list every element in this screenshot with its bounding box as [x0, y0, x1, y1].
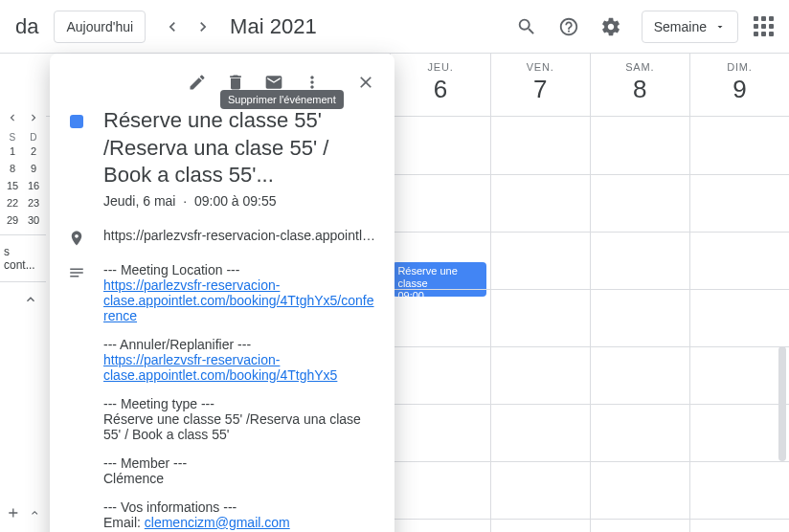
- desc-label: --- Meeting type ---: [103, 396, 377, 411]
- mini-day[interactable]: 2: [31, 145, 36, 157]
- help-button[interactable]: [550, 8, 588, 46]
- email-prefix: Email:: [103, 515, 145, 530]
- mini-day[interactable]: 29: [7, 214, 18, 226]
- location-icon: [68, 230, 85, 247]
- event-chip-title: Réserve une classe: [397, 265, 481, 290]
- trash-icon: [226, 73, 245, 92]
- next-week-button[interactable]: [188, 11, 218, 42]
- view-selector[interactable]: Semaine: [642, 11, 738, 43]
- mini-day[interactable]: 23: [28, 197, 39, 209]
- caret-down-icon: [714, 21, 726, 33]
- mini-day[interactable]: 30: [28, 214, 39, 226]
- day-column[interactable]: Réserve une classe 09:00, https://parle: [390, 117, 489, 532]
- desc-value: Réserve une classe 55' /Reserva una clas…: [103, 411, 377, 442]
- day-column-head[interactable]: VEN.7: [490, 54, 590, 116]
- meeting-location-link[interactable]: https://parlezvsfr-reservacion-clase.app…: [103, 277, 374, 323]
- day-number: 8: [591, 75, 689, 104]
- apps-button[interactable]: [754, 16, 774, 36]
- day-column[interactable]: [490, 117, 590, 532]
- mini-weekday: D: [30, 132, 36, 143]
- today-button[interactable]: Aujourd'hui: [54, 11, 146, 43]
- help-icon: [558, 16, 579, 37]
- chevron-left-icon: [163, 17, 182, 36]
- day-number: 7: [491, 75, 590, 104]
- desc-value: Clémence: [103, 471, 377, 486]
- day-abbr: VEN.: [491, 61, 590, 73]
- event-location[interactable]: https://parlezvsfr-reservacion-clase.app…: [103, 228, 377, 247]
- event-datetime: Jeudi, 6 mai · 09:00 à 09:55: [103, 193, 377, 209]
- search-icon: [516, 16, 537, 37]
- day-abbr: JEU.: [391, 61, 489, 73]
- event-title: Réserve une classe 55' /Reserva una clas…: [103, 107, 377, 189]
- day-abbr: SAM.: [591, 61, 689, 73]
- search-button[interactable]: [507, 8, 546, 46]
- event-color-swatch: [70, 115, 83, 128]
- app-header: da Aujourd'hui Mai 2021 Semaine: [0, 0, 789, 54]
- brand-text: da: [15, 14, 38, 39]
- mini-day[interactable]: 9: [31, 163, 36, 174]
- current-month: Mai 2021: [230, 14, 317, 39]
- desc-label: --- Annuler/Replanifier ---: [103, 337, 377, 352]
- description-icon: [68, 264, 85, 281]
- close-popup-button[interactable]: [349, 65, 383, 100]
- mini-day[interactable]: 16: [28, 180, 39, 191]
- mini-day[interactable]: 8: [10, 163, 15, 174]
- mini-calendar-nav: [0, 111, 46, 124]
- event-chip-sub: 09:00, https://parle: [397, 290, 481, 297]
- sidebar: SD 12 89 1516 2223 2930 s cont...: [0, 54, 46, 317]
- event-description: --- Meeting Location --- https://parlezv…: [103, 262, 377, 532]
- desc-label: --- Vos informations ---: [103, 499, 377, 515]
- sidebar-section[interactable]: s cont...: [0, 234, 46, 282]
- day-column-head[interactable]: SAM.8: [590, 54, 689, 116]
- settings-button[interactable]: [592, 8, 630, 46]
- mini-day[interactable]: 1: [10, 145, 15, 157]
- sidebar-footer: [0, 494, 46, 532]
- edit-event-button[interactable]: [180, 65, 214, 100]
- mini-weekday: S: [10, 132, 16, 143]
- more-vert-icon: [303, 73, 322, 92]
- delete-tooltip: Supprimer l'événement: [220, 90, 344, 109]
- day-column[interactable]: [590, 117, 689, 532]
- day-column-head[interactable]: DIM.9: [689, 54, 789, 116]
- prev-week-button[interactable]: [157, 11, 188, 42]
- close-icon: [356, 73, 375, 92]
- mini-day[interactable]: 15: [7, 180, 18, 191]
- pencil-icon: [188, 73, 207, 92]
- day-number: 9: [690, 75, 789, 104]
- scrollbar[interactable]: [778, 346, 786, 461]
- email-link[interactable]: clemencizm@gmail.com: [145, 515, 290, 530]
- chevron-up-icon[interactable]: [29, 505, 40, 521]
- desc-label: --- Meeting Location ---: [103, 262, 377, 277]
- chevron-right-icon[interactable]: [27, 111, 40, 124]
- day-column-head[interactable]: JEU.6: [390, 54, 489, 116]
- envelope-icon: [264, 73, 283, 92]
- chevron-right-icon: [193, 17, 213, 36]
- mini-day[interactable]: 22: [7, 197, 18, 209]
- day-column[interactable]: [689, 117, 789, 532]
- view-selector-label: Semaine: [654, 19, 707, 34]
- chevron-left-icon[interactable]: [6, 111, 19, 124]
- desc-label: --- Member ---: [103, 455, 377, 471]
- day-abbr: DIM.: [690, 61, 789, 73]
- chevron-up-icon[interactable]: [23, 292, 38, 307]
- plus-icon[interactable]: [6, 503, 21, 522]
- cancel-link[interactable]: https://parlezvsfr-reservacion-clase.app…: [103, 352, 337, 383]
- event-details-popup: Supprimer l'événement Réserve une classe…: [50, 54, 394, 532]
- event-chip[interactable]: Réserve une classe 09:00, https://parle: [393, 262, 485, 297]
- gear-icon: [600, 16, 621, 37]
- day-number: 6: [391, 75, 489, 104]
